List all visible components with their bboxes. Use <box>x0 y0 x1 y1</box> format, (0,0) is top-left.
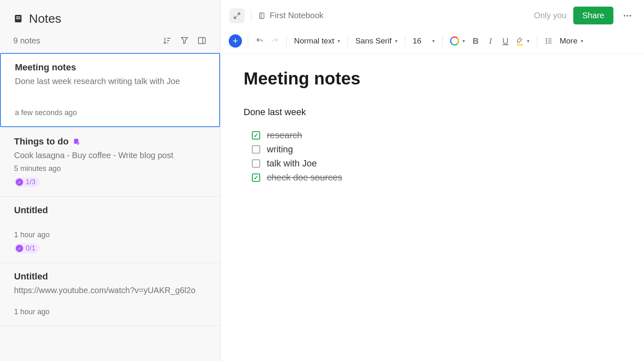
insert-button[interactable]: + <box>229 34 242 48</box>
checkbox[interactable] <box>252 145 260 154</box>
divider <box>442 35 443 47</box>
note-title: Untitled <box>14 271 206 282</box>
svg-point-9 <box>630 15 631 17</box>
divider <box>286 35 287 47</box>
checkbox[interactable] <box>252 131 260 140</box>
font-size-select[interactable]: 16▾ <box>411 36 436 46</box>
paragraph-style-select[interactable]: Normal text▾ <box>292 36 342 46</box>
task-progress-badge: 0/1 <box>14 243 40 253</box>
svg-rect-2 <box>16 18 20 19</box>
svg-point-11 <box>546 41 547 41</box>
svg-rect-6 <box>260 13 264 19</box>
checklist-text[interactable]: research <box>267 130 302 141</box>
highlighter-icon <box>516 37 524 45</box>
svg-point-10 <box>546 39 547 39</box>
note-card[interactable]: Things to do Cook lasagna - Buy coffee -… <box>0 128 220 197</box>
sidebar-title: Notes <box>29 12 61 26</box>
task-progress-badge: 1/3 <box>14 177 40 187</box>
svg-point-8 <box>627 15 628 17</box>
note-time: 1 hour ago <box>14 231 206 239</box>
more-formatting-select[interactable]: More▾ <box>558 36 585 46</box>
divider <box>537 35 537 47</box>
share-button[interactable]: Share <box>573 7 613 24</box>
note-time: a few seconds ago <box>15 108 205 117</box>
note-title: Things to do <box>14 136 206 147</box>
divider <box>347 35 348 47</box>
notebook-icon <box>258 12 266 20</box>
sidebar-header: Notes <box>0 0 220 31</box>
font-family-select[interactable]: Sans Serif▾ <box>354 36 399 46</box>
more-menu-icon[interactable] <box>620 8 635 23</box>
chevron-down-icon: ▾ <box>338 38 340 44</box>
note-preview: Done last week research writing talk wit… <box>15 75 205 87</box>
chevron-down-icon: ▾ <box>395 38 397 44</box>
chevron-down-icon: ▾ <box>581 38 583 44</box>
notes-list: Meeting notes Done last week research wr… <box>0 53 220 361</box>
checklist-text[interactable]: writing <box>267 144 293 155</box>
notebook-link[interactable]: First Notebook <box>258 11 323 20</box>
note-time: 5 minutes ago <box>14 164 206 173</box>
bullet-list-button[interactable] <box>543 35 555 47</box>
note-count: 9 notes <box>13 36 41 46</box>
filter-icon[interactable] <box>180 36 189 46</box>
highlight-select[interactable]: ▾ <box>515 37 531 45</box>
note-card[interactable]: Meeting notes Done last week research wr… <box>0 53 220 127</box>
note-title: Untitled <box>14 205 206 216</box>
chevron-down-icon: ▾ <box>462 38 465 44</box>
check-circle-icon <box>16 245 23 252</box>
svg-point-7 <box>624 15 625 17</box>
chevron-down-icon: ▾ <box>527 38 529 44</box>
italic-button[interactable]: I <box>485 35 496 47</box>
checklist-text[interactable]: talk with Joe <box>267 158 317 169</box>
svg-rect-1 <box>16 17 20 17</box>
redo-button[interactable] <box>269 35 280 47</box>
color-ring-icon <box>450 36 459 46</box>
sort-icon[interactable] <box>162 36 172 46</box>
divider <box>251 10 251 22</box>
svg-point-12 <box>546 43 547 43</box>
main-area: First Notebook Only you Share + Normal t… <box>220 0 644 361</box>
subheader-actions <box>162 36 207 46</box>
chevron-down-icon: ▾ <box>432 38 435 44</box>
note-preview: https://www.youtube.com/watch?v=yUAKR_g6… <box>14 284 206 296</box>
sidebar-subheader: 9 notes <box>0 31 220 53</box>
checklist-item: check doc sources <box>252 172 621 183</box>
divider <box>248 35 248 47</box>
checklist-item: research <box>252 130 621 141</box>
note-card[interactable]: Untitled https://www.youtube.com/watch?v… <box>0 263 220 326</box>
svg-rect-3 <box>199 38 206 44</box>
section-text[interactable]: Done last week <box>244 107 621 118</box>
checklist-text[interactable]: check doc sources <box>267 172 342 183</box>
visibility-label: Only you <box>534 11 567 20</box>
underline-button[interactable]: U <box>500 35 511 47</box>
undo-button[interactable] <box>254 35 266 47</box>
note-title-heading[interactable]: Meeting notes <box>244 69 621 89</box>
notes-icon <box>13 14 23 24</box>
note-title: Meeting notes <box>15 62 205 73</box>
notes-sidebar: Notes 9 notes Meeting notes Done last we… <box>0 0 220 361</box>
note-time: 1 hour ago <box>14 308 206 316</box>
expand-button[interactable] <box>230 8 244 23</box>
checklist: research writing talk with Joe check doc… <box>244 130 621 183</box>
checklist-item: writing <box>252 144 621 155</box>
topbar: First Notebook Only you Share <box>220 0 644 31</box>
tasks-icon <box>73 138 80 145</box>
check-circle-icon <box>16 178 23 186</box>
bold-button[interactable]: B <box>470 35 481 47</box>
checklist-item: talk with Joe <box>252 158 621 169</box>
view-toggle-icon[interactable] <box>197 36 207 46</box>
checkbox[interactable] <box>252 173 260 182</box>
editor-toolbar: + Normal text▾ Sans Serif▾ 16▾ ▾ B I U ▾… <box>220 31 644 54</box>
note-preview: Cook lasagna - Buy coffee - Write blog p… <box>14 149 206 161</box>
note-card[interactable]: Untitled 1 hour ago 0/1 <box>0 197 220 263</box>
text-color-select[interactable]: ▾ <box>448 36 467 46</box>
checkbox[interactable] <box>252 159 260 168</box>
divider <box>405 35 405 47</box>
note-editor[interactable]: Meeting notes Done last week research wr… <box>220 54 644 361</box>
